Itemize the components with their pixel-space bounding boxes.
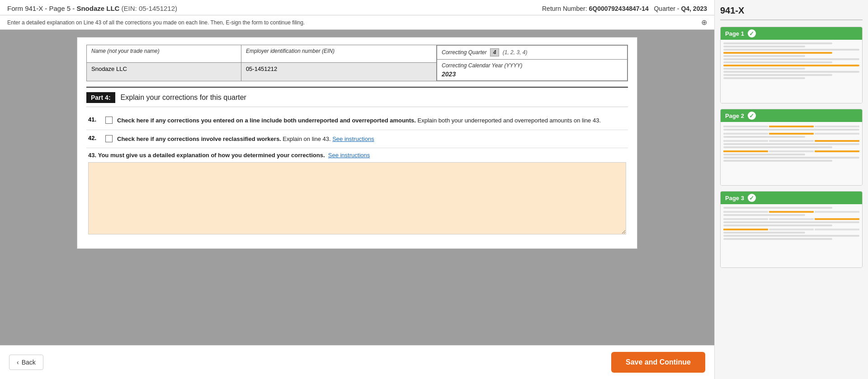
thumb-line bbox=[723, 221, 859, 223]
thumb-line bbox=[723, 65, 859, 66]
thumb-line bbox=[723, 207, 832, 209]
company-name: Snodaze LLC bbox=[76, 5, 119, 12]
thumb-grid bbox=[723, 140, 859, 142]
cal-year-label: Correcting Calendar Year (YYYY) bbox=[442, 62, 623, 69]
line-43-label: 43. You must give us a detailed explanat… bbox=[88, 152, 626, 159]
page-2-check-icon: ✓ bbox=[748, 112, 756, 120]
thumb-line bbox=[723, 74, 832, 76]
thumb-cell bbox=[723, 211, 768, 213]
line-41-bold: Check here if any corrections you entere… bbox=[117, 117, 416, 124]
thumb-cell bbox=[815, 229, 859, 230]
header-left: Form 941-X - Page 5 - Snodaze LLC (EIN: … bbox=[7, 5, 177, 12]
thumb-grid bbox=[723, 211, 859, 213]
name-value: Snodaze LLC bbox=[87, 63, 241, 81]
thumb-line bbox=[723, 58, 859, 60]
page-3-check-icon: ✓ bbox=[748, 194, 756, 202]
line-41-normal: Explain both your underreported and over… bbox=[416, 117, 601, 124]
thumb-line bbox=[723, 157, 859, 159]
thumb-cell bbox=[769, 126, 814, 127]
thumb-cell bbox=[723, 229, 768, 230]
thumb-line bbox=[723, 49, 859, 51]
thumb-line bbox=[723, 42, 832, 44]
thumb-line bbox=[723, 235, 859, 237]
thumb-cell bbox=[769, 218, 814, 220]
return-label: Return Number: bbox=[542, 5, 587, 12]
line-42-link[interactable]: See instructions bbox=[332, 136, 374, 142]
thumb-line bbox=[723, 55, 805, 57]
form-page: Name (not your trade name) Employer iden… bbox=[77, 37, 637, 249]
thumb-line bbox=[723, 154, 805, 155]
thumb-line bbox=[723, 68, 805, 70]
line-41-checkbox[interactable] bbox=[105, 117, 113, 124]
thumb-cell bbox=[815, 218, 859, 220]
correcting-quarter-options: (1, 2, 3, 4) bbox=[503, 49, 528, 56]
thumb-cell bbox=[815, 150, 859, 152]
thumb-grid bbox=[723, 150, 859, 152]
line-43-textarea[interactable] bbox=[88, 162, 626, 234]
thumb-cell bbox=[769, 229, 814, 230]
line-42-checkbox[interactable] bbox=[105, 135, 113, 142]
thumb-line bbox=[723, 46, 805, 47]
thumb-line bbox=[723, 238, 832, 240]
cal-year-value: 2023 bbox=[442, 69, 623, 78]
thumb-cell bbox=[769, 140, 814, 142]
thumb-grid bbox=[723, 133, 859, 135]
back-chevron-icon: ‹ bbox=[17, 359, 19, 366]
sidebar-title: 941-X bbox=[720, 5, 863, 20]
return-number: 6Q000792434847-14 bbox=[589, 5, 648, 12]
line-43-link[interactable]: See instructions bbox=[328, 152, 370, 159]
thumb-cell bbox=[723, 126, 768, 127]
line-41: 41. Check here if any corrections you en… bbox=[86, 112, 628, 130]
page-footer: ‹ Back Save and Continue bbox=[0, 345, 714, 379]
thumb-line bbox=[723, 143, 859, 145]
part4-header: Part 4: Explain your corrections for thi… bbox=[86, 87, 628, 107]
ein-col-label: Employer identification number (EIN) bbox=[241, 45, 436, 63]
line-41-number: 41. bbox=[88, 116, 101, 123]
line-43-section: 43. You must give us a detailed explanat… bbox=[86, 148, 628, 238]
ein-label: (EIN: 05-1451212) bbox=[122, 5, 177, 12]
page-1-content bbox=[721, 40, 862, 103]
save-continue-button[interactable]: Save and Continue bbox=[611, 352, 705, 373]
part4-title: Explain your corrections for this quarte… bbox=[121, 94, 246, 102]
page-1-label: Page 1 bbox=[725, 30, 744, 37]
header-right: Return Number: 6Q000792434847-14 Quarter… bbox=[542, 5, 707, 12]
thumb-line bbox=[723, 77, 805, 79]
page-2-thumbnail[interactable]: Page 2 ✓ bbox=[720, 109, 863, 186]
form-scroll-area[interactable]: Name (not your trade name) Employer iden… bbox=[0, 30, 714, 345]
line-43-bold: You must give us a detailed explanation … bbox=[98, 152, 325, 159]
page-3-header: Page 3 ✓ bbox=[721, 192, 862, 204]
right-sidebar: 941-X Page 1 ✓ Page 2 ✓ bbox=[714, 0, 868, 379]
page-3-thumbnail[interactable]: Page 3 ✓ bbox=[720, 191, 863, 268]
thumb-grid bbox=[723, 218, 859, 220]
name-label: Name (not your trade name) bbox=[87, 45, 241, 63]
quarter-label: Quarter - bbox=[654, 5, 679, 12]
expand-icon[interactable]: ⊕ bbox=[701, 18, 707, 27]
thumb-cell bbox=[769, 150, 814, 152]
back-button[interactable]: ‹ Back bbox=[9, 355, 43, 370]
thumb-cell bbox=[769, 211, 814, 213]
thumb-cell bbox=[769, 133, 814, 135]
ein-value: 05-1451212 bbox=[241, 63, 436, 81]
thumb-cell bbox=[815, 133, 859, 135]
page-1-thumbnail[interactable]: Page 1 ✓ bbox=[720, 27, 863, 103]
line-42-bold: Check here if any corrections involve re… bbox=[117, 136, 281, 142]
page-3-content bbox=[721, 204, 862, 267]
main-area: Form 941-X - Page 5 - Snodaze LLC (EIN: … bbox=[0, 0, 714, 379]
page-2-content bbox=[721, 122, 862, 185]
sub-header-text: Enter a detailed explanation on Line 43 … bbox=[7, 19, 305, 26]
line-41-text: Check here if any corrections you entere… bbox=[117, 116, 601, 125]
thumb-line bbox=[723, 52, 832, 54]
thumb-grid bbox=[723, 126, 859, 127]
page-header: Form 941-X - Page 5 - Snodaze LLC (EIN: … bbox=[0, 0, 714, 15]
correcting-quarter-label: Correcting Quarter bbox=[442, 49, 486, 56]
thumb-cell bbox=[723, 140, 768, 142]
correcting-quarter-num: 4 bbox=[490, 48, 500, 56]
form-title-label: Form 941-X - Page 5 - bbox=[7, 5, 75, 12]
thumb-grid bbox=[723, 229, 859, 230]
thumb-line bbox=[723, 146, 832, 148]
thumb-line bbox=[723, 136, 805, 138]
part4-label: Part 4: bbox=[86, 92, 115, 103]
thumb-line bbox=[723, 214, 805, 216]
thumb-cell bbox=[815, 126, 859, 127]
line-42: 42. Check here if any corrections involv… bbox=[86, 130, 628, 149]
